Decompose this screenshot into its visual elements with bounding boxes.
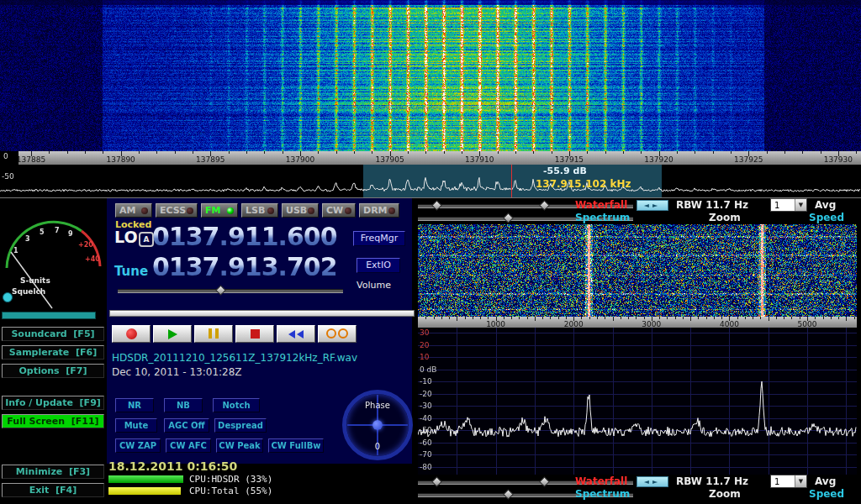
db-axis-top-label: 0 [3, 152, 8, 160]
nb-button[interactable]: NB [164, 398, 203, 412]
zoom-label-bottom: Zoom [709, 488, 741, 500]
waterfall-slider-thumb-high[interactable] [539, 200, 550, 211]
tune-frequency-display[interactable]: 0137.913.702 [152, 252, 337, 281]
mode-button-am[interactable]: AM [115, 203, 152, 218]
spectrum-tab-bottom[interactable]: Spectrum [575, 488, 630, 500]
cpu-hdsdr-bar [108, 475, 183, 483]
squelch-knob[interactable] [3, 293, 13, 302]
mode-button-drm[interactable]: DRM [359, 203, 399, 218]
s-meter: 1 3 5 7 9 +20 +40 S-units Squelch [0, 199, 109, 310]
despread-button[interactable]: Despread [214, 418, 267, 433]
minimize-button[interactable]: Minimize [F3] [2, 465, 104, 479]
speed-label: Speed [809, 212, 844, 223]
mode-button-usb[interactable]: USB [282, 203, 319, 218]
avg-select-value: 1 [774, 201, 779, 210]
rewind-button[interactable] [277, 325, 315, 343]
cw-afc-button[interactable]: CW AFC [166, 438, 211, 453]
samplerate-button[interactable]: Samplerate [F6] [2, 345, 104, 360]
loop-button[interactable] [318, 325, 357, 343]
wav-file-name: HDSDR_20111210_125611Z_137912kHz_RF.wav [112, 352, 357, 364]
cw-fullbw-button[interactable]: CW FullBw [268, 438, 324, 453]
waterfall-slider-bottom-thumb-high[interactable] [539, 476, 550, 487]
phase-value: 0 [342, 442, 413, 451]
record-button[interactable] [112, 325, 151, 343]
speed-label-bottom: Speed [809, 488, 844, 500]
chevron-down-icon[interactable]: ▼ [795, 199, 806, 211]
zoom-slider-bottom-thumb[interactable] [503, 489, 514, 500]
mode-led-icon [345, 207, 351, 214]
af-spectrum-display[interactable] [418, 328, 857, 475]
stop-button[interactable] [235, 325, 274, 343]
cpu-total-label: CPU:Total (55%) [189, 486, 272, 496]
s-meter-tick: 3 [25, 235, 30, 243]
mode-label: USB [286, 205, 307, 216]
squelch-level-bar[interactable] [2, 312, 96, 319]
options-button[interactable]: Options [F7] [2, 364, 104, 378]
stop-icon [251, 329, 260, 339]
freqmgr-button[interactable]: FreqMgr [353, 231, 405, 246]
mode-led-icon [141, 207, 148, 214]
mode-label: CW [326, 205, 343, 216]
pause-icon [207, 326, 220, 342]
fullscreen-button[interactable]: Full Screen [F11] [2, 414, 104, 428]
shift-arrows-button-bottom[interactable]: ◄► [637, 476, 668, 487]
mode-button-lsb[interactable]: LSB [241, 203, 278, 218]
s-meter-tick: 7 [55, 227, 60, 234]
s-meter-tick: +20 [78, 241, 93, 249]
play-button[interactable] [153, 325, 192, 343]
cw-zap-button[interactable]: CW ZAP [115, 438, 161, 453]
mode-label: DRM [363, 205, 388, 216]
info-update-button[interactable]: Info / Update [F9] [2, 396, 104, 410]
lo-frequency-display[interactable]: 0137.911.600 [152, 222, 337, 251]
volume-slider[interactable] [118, 289, 343, 293]
af-frequency-scale[interactable] [418, 317, 857, 328]
playback-position-bar[interactable] [109, 310, 415, 317]
s-meter-tick: +40 [85, 255, 100, 263]
mute-button[interactable]: Mute [115, 418, 157, 433]
af-waterfall-display[interactable] [418, 224, 857, 317]
avg-select[interactable]: 1 ▼ [770, 198, 807, 212]
tune-label: Tune [114, 264, 148, 279]
cw-peak-button[interactable]: CW Peak [216, 438, 263, 453]
mode-led-icon [388, 207, 395, 214]
play-icon [168, 329, 177, 339]
main-spectrum-display[interactable] [0, 165, 861, 198]
waterfall-tab[interactable]: Waterfall [575, 199, 627, 211]
db-axis-mid-label: -50 [2, 172, 14, 181]
rbw-label: RBW 11.7 Hz [676, 199, 748, 211]
cpu-total-bar [108, 487, 181, 495]
arrow-right-icon: ► [652, 478, 661, 486]
waterfall-slider-bottom-thumb-low[interactable] [431, 476, 442, 487]
mode-button-fm[interactable]: FM [201, 203, 238, 218]
s-meter-tick: 5 [40, 228, 45, 236]
nr-button[interactable]: NR [115, 398, 154, 412]
mode-led-icon [308, 207, 314, 214]
mode-led-icon [227, 207, 234, 214]
mode-button-cw[interactable]: CW [322, 203, 356, 218]
mode-button-ecss[interactable]: ECSS [156, 203, 198, 218]
wav-file-date: Dec 10, 2011 - 13:01:28Z [112, 366, 242, 378]
shift-arrows-button[interactable]: ◄► [637, 200, 668, 211]
spectrum-tab[interactable]: Spectrum [575, 212, 630, 223]
arrow-left-icon: ◄ [644, 478, 652, 486]
waterfall-slider-thumb-low[interactable] [431, 200, 442, 211]
notch-button[interactable]: Notch [213, 398, 260, 412]
exit-button[interactable]: Exit [F4] [2, 483, 104, 497]
waterfall-tab-bottom[interactable]: Waterfall [575, 475, 627, 487]
mode-led-icon [187, 207, 193, 214]
mode-led-icon [267, 207, 274, 214]
avg-select-bottom[interactable]: 1 ▼ [770, 475, 807, 488]
rbw-label-bottom: RBW 11.7 Hz [676, 475, 748, 487]
soundcard-button[interactable]: Soundcard [F5] [2, 327, 104, 341]
agc-off-button[interactable]: AGC Off [164, 418, 209, 433]
zoom-slider-thumb[interactable] [503, 213, 514, 223]
extio-button[interactable]: ExtIO [357, 258, 400, 273]
avg-select-value: 1 [774, 477, 779, 486]
s-meter-tick: 1 [13, 247, 18, 255]
mode-label: FM [205, 205, 220, 216]
pause-button[interactable] [194, 325, 233, 343]
main-waterfall-display[interactable] [0, 0, 861, 151]
cursor-db-readout: -55.9 dB [543, 165, 587, 176]
chevron-down-icon[interactable]: ▼ [795, 475, 806, 487]
frequency-scale[interactable] [0, 151, 861, 165]
